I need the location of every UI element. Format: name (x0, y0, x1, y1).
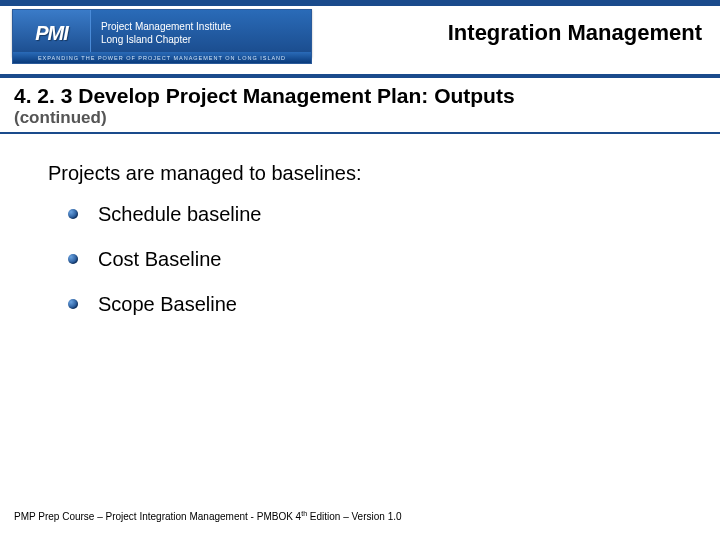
bullet-icon (68, 209, 78, 219)
pmi-logo: PMI Project Management Institute Long Is… (12, 9, 312, 57)
bullet-list: Schedule baseline Cost Baseline Scope Ba… (48, 203, 720, 316)
bullet-text: Schedule baseline (98, 203, 261, 225)
logo-line1: Project Management Institute (101, 20, 311, 33)
pmi-logo-text: PMI (35, 22, 68, 45)
content-area: Projects are managed to baselines: Sched… (0, 134, 720, 316)
section-subheading: (continued) (0, 108, 720, 130)
pmi-logo-mark: PMI (13, 10, 91, 56)
intro-text: Projects are managed to baselines: (48, 162, 720, 185)
bullet-text: Cost Baseline (98, 248, 221, 270)
bullet-icon (68, 299, 78, 309)
section-heading: 4. 2. 3 Develop Project Management Plan:… (0, 78, 720, 108)
bullet-icon (68, 254, 78, 264)
footer-suffix: Edition – Version 1.0 (307, 511, 402, 522)
page-title: Integration Management (312, 20, 720, 46)
list-item: Schedule baseline (68, 203, 720, 226)
list-item: Cost Baseline (68, 248, 720, 271)
footer-text: PMP Prep Course – Project Integration Ma… (14, 510, 402, 522)
pmi-logo-caption: Project Management Institute Long Island… (91, 10, 311, 56)
logo-line2: Long Island Chapter (101, 33, 311, 46)
bullet-text: Scope Baseline (98, 293, 237, 315)
list-item: Scope Baseline (68, 293, 720, 316)
pmi-logo-banner: EXPANDING THE POWER OF PROJECT MANAGEMEN… (12, 52, 312, 64)
footer-prefix: PMP Prep Course – Project Integration Ma… (14, 511, 301, 522)
